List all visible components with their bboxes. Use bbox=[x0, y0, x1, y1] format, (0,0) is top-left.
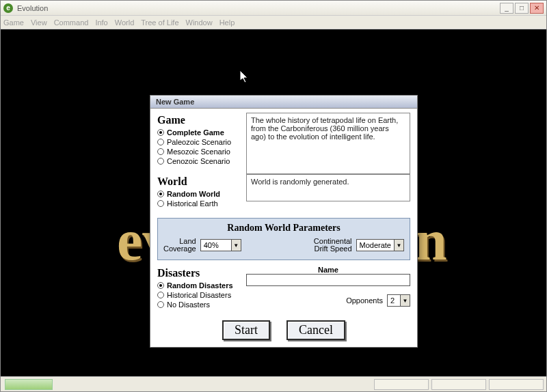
cursor-icon bbox=[240, 70, 250, 84]
random-world-parameters: Random World Parameters LandCoverage 40%… bbox=[157, 218, 410, 260]
radio-cenozoic[interactable]: Cenozoic Scenario bbox=[157, 156, 241, 166]
status-cell bbox=[374, 379, 429, 390]
logo-text-right: n bbox=[415, 207, 447, 273]
menu-tree-of-life[interactable]: Tree of Life bbox=[141, 18, 178, 27]
radio-historical-disasters[interactable]: Historical Disasters bbox=[157, 290, 241, 300]
game-heading: Game bbox=[157, 114, 241, 126]
chevron-down-icon: ▼ bbox=[231, 240, 241, 251]
minimize-button[interactable]: _ bbox=[500, 3, 513, 14]
drift-speed-select[interactable]: Moderate ▼ bbox=[356, 239, 404, 251]
menu-command[interactable]: Command bbox=[54, 18, 89, 27]
menu-info[interactable]: Info bbox=[95, 18, 107, 27]
world-description: World is randomly generated. bbox=[246, 174, 410, 201]
radio-no-disasters[interactable]: No Disasters bbox=[157, 300, 241, 309]
radio-random-world[interactable]: Random World bbox=[157, 189, 241, 199]
chevron-down-icon: ▼ bbox=[394, 240, 403, 251]
name-label: Name bbox=[246, 266, 410, 274]
radio-paleozoic[interactable]: Paleozoic Scenario bbox=[157, 137, 241, 147]
radio-mesozoic[interactable]: Mesozoic Scenario bbox=[157, 147, 241, 156]
params-title: Random World Parameters bbox=[163, 223, 404, 234]
disasters-radio-group: Random Disasters Historical Disasters No… bbox=[157, 281, 241, 309]
status-progress bbox=[5, 379, 53, 390]
new-game-dialog: New Game Game Complete Game Paleozoic Sc… bbox=[150, 95, 418, 348]
close-button[interactable]: ✕ bbox=[530, 3, 544, 14]
radio-complete-game[interactable]: Complete Game bbox=[157, 128, 241, 137]
menu-window[interactable]: Window bbox=[186, 18, 213, 27]
opponents-select[interactable]: 2 ▼ bbox=[387, 294, 410, 307]
game-radio-group: Complete Game Paleozoic Scenario Mesozoi… bbox=[157, 128, 241, 166]
land-coverage-label: LandCoverage bbox=[163, 238, 196, 253]
world-radio-group: Random World Historical Earth bbox=[157, 189, 241, 208]
chevron-down-icon: ▼ bbox=[400, 295, 410, 306]
land-coverage-select[interactable]: 40% ▼ bbox=[200, 239, 241, 251]
opponents-label: Opponents bbox=[346, 296, 383, 305]
maximize-button[interactable]: □ bbox=[515, 3, 529, 14]
radio-random-disasters[interactable]: Random Disasters bbox=[157, 281, 241, 290]
disasters-heading: Disasters bbox=[157, 267, 241, 279]
status-cell bbox=[489, 379, 544, 390]
start-button[interactable]: Start bbox=[222, 320, 270, 340]
game-viewport: ev n New Game Game Complete Game Paleozo… bbox=[1, 29, 546, 376]
name-input[interactable] bbox=[246, 274, 410, 286]
app-window: e Evolution _ □ ✕ Game View Command Info… bbox=[0, 0, 547, 392]
menu-world[interactable]: World bbox=[115, 18, 135, 27]
statusbar bbox=[1, 376, 546, 391]
game-description: The whole history of tetrapodal life on … bbox=[246, 113, 410, 174]
world-heading: World bbox=[157, 176, 241, 188]
menu-game[interactable]: Game bbox=[3, 18, 24, 27]
dialog-title: New Game bbox=[150, 96, 417, 109]
menu-help[interactable]: Help bbox=[219, 18, 235, 27]
app-icon: e bbox=[3, 3, 13, 13]
menubar: Game View Command Info World Tree of Lif… bbox=[1, 16, 546, 29]
menu-view[interactable]: View bbox=[31, 18, 47, 27]
status-cell bbox=[431, 379, 486, 390]
window-title: Evolution bbox=[17, 4, 48, 12]
cancel-button[interactable]: Cancel bbox=[286, 320, 345, 340]
drift-speed-label: ContinentalDrift Speed bbox=[314, 238, 352, 253]
radio-historical-earth[interactable]: Historical Earth bbox=[157, 199, 241, 208]
titlebar: e Evolution _ □ ✕ bbox=[1, 1, 546, 16]
